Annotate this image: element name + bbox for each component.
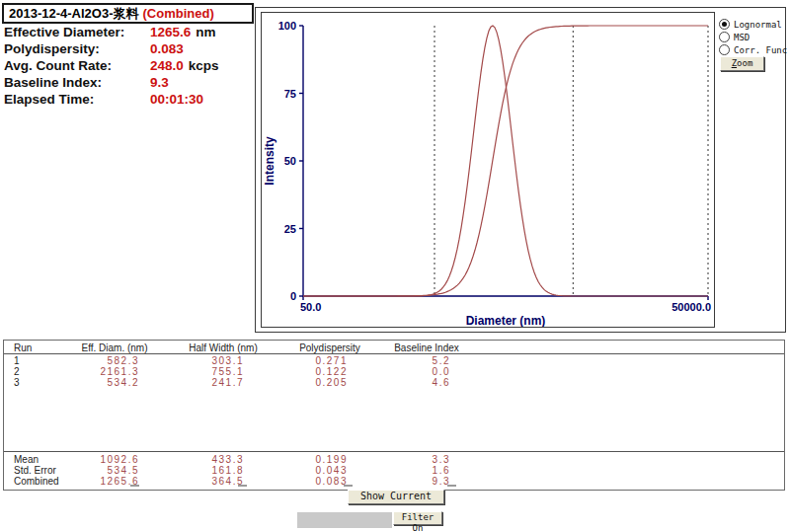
filter-on-label: Filter On xyxy=(394,512,441,532)
svg-text:50000.0: 50000.0 xyxy=(672,301,711,313)
summary-value: 364.5 xyxy=(165,476,244,487)
column-header: Eff. Diam. (nm) xyxy=(65,342,164,353)
sample-title: 2013-12-4-Al2O3-浆料 xyxy=(9,6,139,21)
cell-value: 0.205 xyxy=(269,377,348,388)
summary-value: 1092.6 xyxy=(60,454,139,465)
cell-value: 582.3 xyxy=(60,355,139,366)
summary-value: 1265.6 xyxy=(60,476,139,487)
cell-value: 303.1 xyxy=(165,355,244,366)
cell-value: 0.0 xyxy=(371,366,450,377)
summary-value: 9.3 xyxy=(371,476,450,487)
display-mode-radio-group: LognormalMSDCorr. Func xyxy=(719,15,784,53)
summary-row: Mean1092.6433.30.1993.3 xyxy=(4,454,784,465)
stat-value: 00:01:30 xyxy=(150,92,203,107)
radio-msd[interactable]: MSD xyxy=(719,28,784,40)
x-axis-label: Diameter (nm) xyxy=(466,314,546,327)
stat-label: Effective Diameter: xyxy=(4,25,150,39)
stat-value: 9.3 xyxy=(150,75,169,90)
cell-value: 0.122 xyxy=(269,366,348,377)
y-axis-label: Intensity xyxy=(263,136,276,186)
stat-label: Avg. Count Rate: xyxy=(4,58,150,73)
summary-row: Combined1265.6364.50.0839.3 xyxy=(4,476,784,487)
stat-value: 1265.6 xyxy=(150,25,191,39)
runs-table: RunEff. Diam. (nm)Half Width (nm)Polydis… xyxy=(3,340,785,491)
column-header: Half Width (nm) xyxy=(174,342,273,353)
stat-effective-diameter: Effective Diameter:1265.6nm xyxy=(4,25,216,41)
column-header: Run xyxy=(14,342,73,353)
summary-value: 433.3 xyxy=(165,454,244,465)
stat-label: Elapsed Time: xyxy=(4,92,150,107)
show-current-button[interactable]: Show Current xyxy=(348,490,444,504)
radio-circle-icon xyxy=(719,44,730,55)
cell-value: 5.2 xyxy=(371,355,450,366)
column-header: Polydispersity xyxy=(280,342,379,353)
stat-label: Baseline Index: xyxy=(4,75,150,90)
size-distribution-chart: 025507510050.050000.0Diameter (nm)Intens… xyxy=(261,12,715,328)
column-marker xyxy=(238,485,247,487)
sample-info-panel: 2013-12-4-Al2O3-浆料(Combined) Effective D… xyxy=(0,0,255,114)
table-row[interactable]: 1582.3303.10.2715.2 xyxy=(4,355,784,366)
chart-plot: 025507510050.050000.0Diameter (nm)Intens… xyxy=(262,13,714,327)
cell-value: 241.7 xyxy=(165,377,244,388)
radio-lognormal[interactable]: Lognormal xyxy=(719,15,784,28)
table-row[interactable]: 3534.2241.70.2054.6 xyxy=(4,377,784,388)
svg-text:100: 100 xyxy=(278,20,296,32)
stat-unit: nm xyxy=(196,25,215,39)
column-marker xyxy=(447,485,456,487)
summary-value: 161.8 xyxy=(165,465,244,476)
sample-title-box: 2013-12-4-Al2O3-浆料(Combined) xyxy=(2,3,254,24)
svg-text:75: 75 xyxy=(284,88,296,100)
summary-value: 0.083 xyxy=(269,476,348,487)
stat-value: 0.083 xyxy=(150,41,184,56)
stat-polydispersity: Polydispersity:0.083 xyxy=(4,41,184,58)
stat-baseline-index: Baseline Index:9.3 xyxy=(4,75,169,92)
radio-label: Corr. Func xyxy=(734,45,787,55)
stat-value: 248.0 xyxy=(150,58,184,73)
column-marker xyxy=(130,485,139,487)
show-current-label: Show Current xyxy=(349,491,443,502)
table-row[interactable]: 22161.3755.10.1220.0 xyxy=(4,366,784,377)
summary-row: Std. Error534.5161.80.0431.6 xyxy=(4,465,784,476)
zoom-button-label: Zoom xyxy=(721,57,763,69)
sample-title-mode: (Combined) xyxy=(143,6,214,21)
summary-value: 0.199 xyxy=(269,454,348,465)
stat-unit: kcps xyxy=(189,58,219,73)
svg-text:50.0: 50.0 xyxy=(300,301,321,313)
summary-value: 3.3 xyxy=(371,454,450,465)
cell-value: 2161.3 xyxy=(60,366,139,377)
column-marker xyxy=(344,485,353,487)
header-divider xyxy=(4,353,784,354)
lognormal-curve xyxy=(303,26,708,296)
zoom-button[interactable]: Zoom xyxy=(720,56,764,71)
summary-value: 0.043 xyxy=(269,465,348,476)
summary-divider xyxy=(4,451,784,452)
column-header: Baseline Index xyxy=(377,342,476,353)
chart-container: 025507510050.050000.0Diameter (nm)Intens… xyxy=(255,7,786,333)
stat-label: Polydispersity: xyxy=(4,41,150,56)
svg-text:25: 25 xyxy=(284,223,296,235)
cumulative-curve xyxy=(303,26,708,296)
cell-value: 0.271 xyxy=(269,355,348,366)
cell-value: 755.1 xyxy=(165,366,244,377)
radio-corr-func[interactable]: Corr. Func xyxy=(719,40,784,53)
summary-value: 534.5 xyxy=(60,465,139,476)
cell-value: 534.2 xyxy=(60,377,139,388)
cell-value: 4.6 xyxy=(371,377,450,388)
filter-on-button[interactable]: Filter On xyxy=(393,511,442,525)
svg-text:50: 50 xyxy=(284,155,296,167)
stat-avg-count-rate: Avg. Count Rate:248.0kcps xyxy=(4,58,219,75)
svg-text:0: 0 xyxy=(290,290,296,302)
blank-button-area xyxy=(297,512,392,528)
summary-value: 1.6 xyxy=(371,465,450,476)
table-header-row: RunEff. Diam. (nm)Half Width (nm)Polydis… xyxy=(4,342,784,353)
stat-elapsed-time: Elapsed Time:00:01:30 xyxy=(4,92,203,109)
